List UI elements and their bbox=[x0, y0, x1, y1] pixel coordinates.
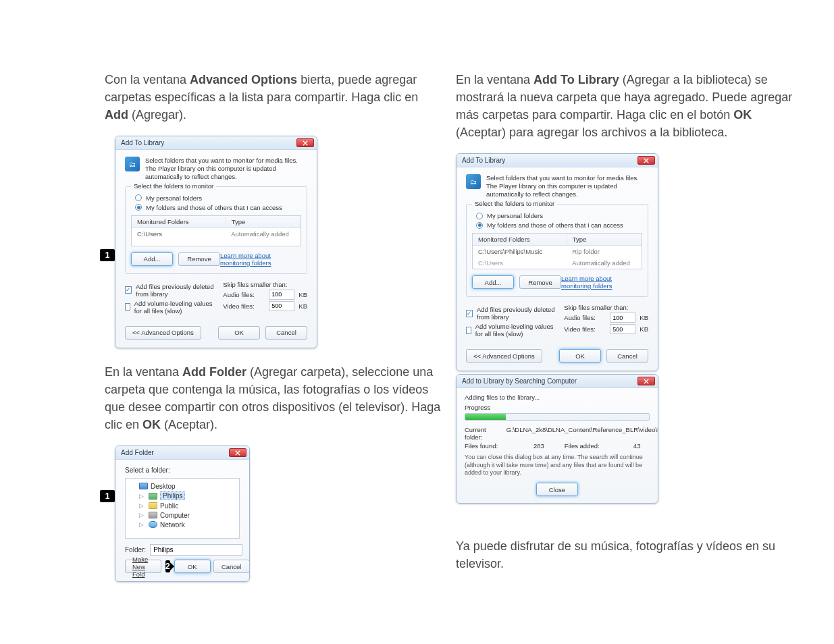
add-button[interactable]: Add... bbox=[472, 275, 514, 289]
learn-more-link[interactable]: Learn more about monitoring folders bbox=[220, 252, 301, 267]
skip-label: Skip files smaller than: bbox=[223, 281, 307, 288]
monitor-groupbox: Select the folders to monitor My persona… bbox=[466, 204, 648, 297]
ok-button[interactable]: OK bbox=[218, 326, 260, 340]
unit: KB bbox=[298, 291, 307, 298]
folder-path-input[interactable] bbox=[150, 544, 242, 556]
tree-label: Desktop bbox=[151, 483, 176, 490]
adding-label: Adding files to the library... bbox=[465, 394, 650, 401]
monitored-folders-list[interactable]: Monitored Folders Type C:\Users Automati… bbox=[131, 215, 301, 246]
window-title: Add to Library by Searching Computer bbox=[462, 377, 577, 385]
tree-label: Computer bbox=[160, 512, 190, 519]
audio-size-input[interactable] bbox=[610, 313, 635, 323]
add-to-library-window-2: Add To Library 🗂 Select folders that you… bbox=[456, 153, 658, 371]
radio-personal[interactable]: My personal folders bbox=[135, 194, 301, 202]
ok-button[interactable]: OK bbox=[559, 349, 601, 363]
tree-item-desktop[interactable]: Desktop bbox=[130, 481, 235, 491]
radio-others[interactable]: My folders and those of others that I ca… bbox=[135, 204, 301, 211]
column-header: Type bbox=[567, 234, 642, 245]
audio-size-input[interactable] bbox=[269, 290, 294, 300]
column-header: Type bbox=[226, 216, 301, 227]
paragraph: Ya puede disfrutar de su música, fotogra… bbox=[456, 537, 793, 572]
bold: Advanced Options bbox=[190, 73, 297, 86]
hint-text: Select folders that you want to monitor … bbox=[145, 157, 307, 181]
add-folder-window: Add Folder Select a folder: Desktop bbox=[115, 446, 250, 582]
tree-label: Philips bbox=[160, 491, 185, 500]
column-header: Monitored Folders bbox=[473, 234, 567, 245]
close-icon[interactable] bbox=[637, 156, 655, 165]
search-progress-window: Add to Library by Searching Computer Add… bbox=[456, 374, 658, 504]
video-size-input[interactable] bbox=[269, 301, 294, 311]
skip-label: Skip files smaller than: bbox=[564, 304, 648, 311]
list-item[interactable]: C:\Users Automatically added bbox=[473, 257, 642, 269]
close-icon[interactable] bbox=[637, 377, 655, 385]
text: (Aceptar) para agregar los archivos a la… bbox=[456, 126, 727, 139]
advanced-options-button[interactable]: << Advanced Options bbox=[466, 349, 542, 363]
cancel-button[interactable]: Cancel bbox=[606, 349, 648, 363]
callout-marker-1: 1 bbox=[100, 490, 115, 502]
cancel-button[interactable]: Cancel bbox=[213, 560, 250, 573]
library-icon: 🗂 bbox=[466, 174, 481, 189]
text: (Aceptar). bbox=[161, 418, 217, 431]
learn-more-link[interactable]: Learn more about monitoring folders bbox=[561, 275, 642, 290]
advanced-options-button[interactable]: << Advanced Options bbox=[125, 326, 201, 340]
folder-tree[interactable]: Desktop ▷ Philips ▷ Public bbox=[125, 478, 240, 539]
ok-button[interactable]: OK bbox=[174, 560, 211, 573]
radio-label: My personal folders bbox=[487, 212, 543, 219]
tree-item-network[interactable]: ▷ Network bbox=[130, 520, 235, 529]
tree-item-computer[interactable]: ▷ Computer bbox=[130, 510, 235, 520]
bold: Add To Library bbox=[533, 73, 619, 86]
unit: KB bbox=[298, 302, 307, 310]
video-size-input[interactable] bbox=[610, 324, 635, 334]
titlebar: Add Folder bbox=[115, 446, 249, 460]
cell: Rip folder bbox=[567, 246, 642, 257]
unit: KB bbox=[640, 325, 648, 333]
checkbox-volume-leveling[interactable]: Add volume-leveling values for all files… bbox=[466, 323, 557, 338]
remove-button[interactable]: Remove bbox=[519, 275, 561, 289]
radio-personal[interactable]: My personal folders bbox=[476, 212, 642, 219]
bold: OK bbox=[142, 418, 161, 431]
close-button[interactable]: Close bbox=[536, 483, 578, 496]
titlebar: Add To Library bbox=[457, 154, 658, 167]
radio-label: My folders and those of others that I ca… bbox=[146, 204, 282, 211]
checkbox-previously-deleted[interactable]: ✓ Add files previously deleted from libr… bbox=[466, 306, 557, 321]
checkbox-icon: ✓ bbox=[466, 310, 473, 317]
select-folder-label: Select a folder: bbox=[125, 466, 240, 474]
radio-icon bbox=[135, 204, 142, 211]
callout-marker-1: 1 bbox=[100, 249, 115, 261]
radio-others[interactable]: My folders and those of others that I ca… bbox=[476, 221, 642, 229]
monitor-groupbox: Select the folders to monitor My persona… bbox=[125, 186, 307, 274]
unit: KB bbox=[640, 314, 648, 321]
cell: C:\Users\Philips\Music bbox=[473, 246, 567, 257]
checkbox-icon: ✓ bbox=[125, 286, 132, 294]
close-icon[interactable] bbox=[229, 448, 246, 457]
folder-icon bbox=[149, 493, 157, 500]
callout-marker-2: 2 bbox=[165, 560, 170, 572]
current-folder-key: Current folder: bbox=[465, 426, 486, 441]
window-title: Add To Library bbox=[462, 157, 505, 164]
bold: Add Folder bbox=[182, 365, 246, 379]
files-added-key: Files added: bbox=[565, 442, 613, 450]
bold: OK bbox=[733, 108, 752, 122]
list-item[interactable]: C:\Users Automatically added bbox=[132, 228, 301, 240]
radio-icon bbox=[135, 194, 142, 201]
cell: C:\Users bbox=[473, 257, 567, 269]
tree-label: Public bbox=[160, 502, 178, 510]
make-new-folder-button[interactable]: Make New Fold bbox=[125, 560, 161, 573]
checkbox-previously-deleted[interactable]: ✓ Add files previously deleted from libr… bbox=[125, 283, 216, 298]
network-icon bbox=[149, 521, 157, 528]
checkbox-volume-leveling[interactable]: Add volume-leveling values for all files… bbox=[125, 300, 216, 315]
tree-item-public[interactable]: ▷ Public bbox=[130, 501, 235, 510]
close-icon[interactable] bbox=[296, 138, 314, 147]
files-found-value: 283 bbox=[533, 442, 544, 450]
monitored-folders-list[interactable]: Monitored Folders Type C:\Users\Philips\… bbox=[472, 233, 642, 269]
text: Con la ventana bbox=[105, 73, 190, 86]
remove-button[interactable]: Remove bbox=[178, 252, 220, 266]
cell: Automatically added bbox=[567, 257, 642, 269]
folder-field-label: Folder: bbox=[125, 546, 146, 554]
cancel-button[interactable]: Cancel bbox=[265, 326, 307, 340]
files-added-value: 43 bbox=[633, 442, 641, 450]
list-item[interactable]: C:\Users\Philips\Music Rip folder bbox=[473, 246, 642, 257]
window-title: Add Folder bbox=[121, 449, 154, 456]
tree-item-philips[interactable]: ▷ Philips bbox=[130, 491, 235, 501]
add-button[interactable]: Add... bbox=[131, 252, 173, 266]
